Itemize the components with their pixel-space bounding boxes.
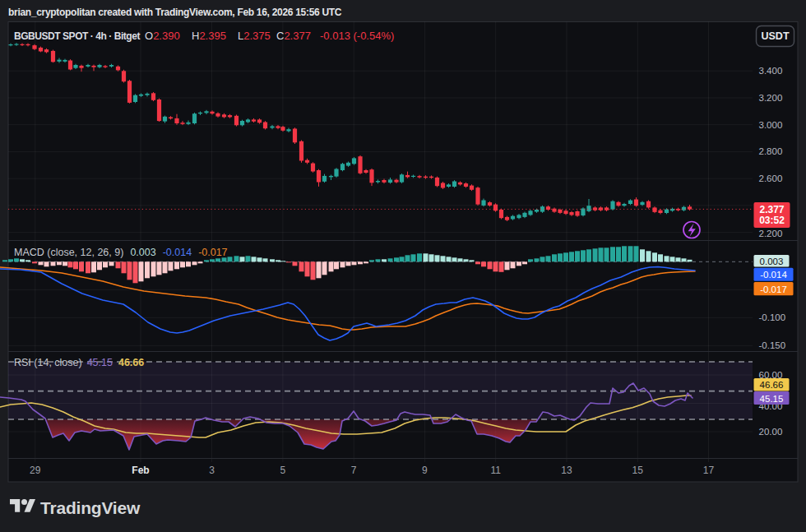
svg-text:46.66: 46.66 (760, 380, 784, 390)
svg-text:2.800: 2.800 (759, 146, 783, 156)
svg-text:45.15: 45.15 (760, 394, 784, 404)
svg-text:3: 3 (209, 465, 215, 476)
svg-text:3.000: 3.000 (759, 120, 783, 130)
svg-text:3.400: 3.400 (759, 66, 783, 76)
svg-text:Feb: Feb (132, 465, 149, 476)
svg-text:brian_cryptopolitan created wi: brian_cryptopolitan created with Trading… (8, 7, 342, 18)
svg-text:O2.390: O2.390 (145, 30, 180, 42)
svg-text:-0.150: -0.150 (759, 340, 786, 350)
svg-text:9: 9 (422, 465, 428, 476)
svg-text:-0.014: -0.014 (760, 270, 787, 280)
svg-text:13: 13 (561, 465, 572, 476)
svg-text:0.003: 0.003 (760, 257, 784, 266)
svg-text:11: 11 (490, 465, 501, 476)
svg-text:5: 5 (280, 465, 286, 476)
svg-text:3.200: 3.200 (759, 93, 783, 103)
svg-text:-0.013 (-0.54%): -0.013 (-0.54%) (320, 30, 394, 42)
svg-text:15: 15 (632, 465, 644, 476)
svg-text:2.600: 2.600 (759, 173, 783, 183)
svg-text:C2.377: C2.377 (276, 30, 311, 42)
svg-text:2.200: 2.200 (759, 229, 783, 238)
svg-text:H2.395: H2.395 (192, 30, 226, 42)
svg-text:-0.100: -0.100 (759, 312, 786, 322)
svg-text:17: 17 (703, 465, 715, 476)
svg-text:TradingView: TradingView (40, 498, 141, 517)
svg-text:20.00: 20.00 (759, 427, 783, 437)
svg-text:7: 7 (351, 465, 357, 476)
svg-text:-0.017: -0.017 (760, 285, 787, 294)
svg-text:USDT: USDT (761, 30, 789, 42)
svg-text:2.377: 2.377 (759, 204, 784, 215)
svg-text:03:52: 03:52 (759, 215, 785, 226)
svg-text:RSI (14, close)45.1546.66: RSI (14, close)45.1546.66 (14, 357, 144, 368)
svg-text:L2.375: L2.375 (238, 30, 271, 42)
svg-text:BGBUSDT SPOT · 4h · Bitget: BGBUSDT SPOT · 4h · Bitget (14, 30, 140, 42)
svg-text:29: 29 (30, 465, 41, 476)
